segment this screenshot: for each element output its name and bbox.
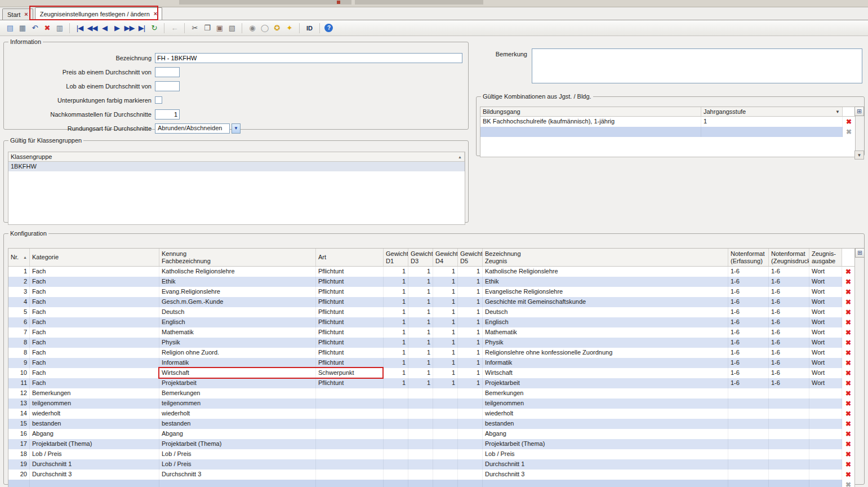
first-record-icon[interactable]: |◀ <box>74 23 85 34</box>
hint-icon[interactable]: ✦ <box>284 23 295 34</box>
column-header[interactable]: Nr.▲ <box>8 249 30 266</box>
table-row[interactable]: 17Projektarbeit (Thema)Projektarbeit (Th… <box>8 439 854 449</box>
table-row[interactable]: 16AbgangAbgangAbgang✖ <box>8 429 854 439</box>
table-row[interactable]: 5FachDeutschPflichtunt1111Deutsch1-61-6W… <box>8 307 854 317</box>
key-icon[interactable]: ✪ <box>271 23 282 34</box>
table-row[interactable]: 13teilgenommenteilgenommenteilgenommen✖ <box>8 399 854 409</box>
tab-close-icon[interactable]: × <box>154 11 157 17</box>
column-header[interactable]: Art <box>316 249 384 266</box>
delete-row-button[interactable]: ✖ <box>845 329 851 336</box>
delete-row-button[interactable]: ✖ <box>845 299 851 306</box>
table-row[interactable]: 19Durchschnitt 1Lob / PreisDurchschnitt … <box>8 459 854 470</box>
delete-row-button[interactable]: ✖ <box>845 441 851 448</box>
bemerkung-textarea[interactable] <box>532 48 862 83</box>
nachkommastellen-input[interactable] <box>155 109 180 119</box>
tab-close-icon[interactable]: × <box>24 11 28 17</box>
column-header[interactable]: Bildungsgang <box>480 107 701 116</box>
column-header[interactable]: Zeugnis-ausgabe <box>809 249 842 266</box>
next-page-icon[interactable]: ▶▶ <box>124 23 135 34</box>
delete-row-button[interactable]: ✖ <box>845 431 851 437</box>
column-header[interactable]: GewichtD5 <box>458 249 483 266</box>
copy-record-icon[interactable]: ▥ <box>54 23 65 34</box>
delete-row-button[interactable]: ✖ <box>845 410 851 417</box>
delete-row-button[interactable]: ✖ <box>846 129 852 135</box>
table-row[interactable]: 12BemerkungenBemerkungenBemerkungen✖ <box>8 388 854 399</box>
delete-row-button[interactable]: ✖ <box>845 309 851 316</box>
table-row[interactable]: 8FachReligion ohne Zuord.Pflichtunt1111R… <box>8 348 854 358</box>
column-header[interactable]: GewichtD1 <box>384 249 408 266</box>
delete-row-button[interactable]: ✖ <box>846 118 852 125</box>
table-row[interactable]: 3FachEvang.ReligionslehrePflichtunt1111E… <box>8 287 854 297</box>
prev-page-icon[interactable]: ◀◀ <box>87 23 97 34</box>
delete-row-button[interactable]: ✖ <box>845 370 851 377</box>
column-chooser-button[interactable]: ⊞ <box>854 107 864 116</box>
unterpunktungen-farbig-checkbox[interactable] <box>155 96 162 104</box>
comment-icon[interactable]: ◯ <box>259 23 270 34</box>
delete-row-button[interactable]: ✖ <box>845 471 851 478</box>
tab-zeugniseinstellungen[interactable]: Zeugniseinstellungen festlegen / ändern× <box>35 7 163 20</box>
table-row[interactable]: 4FachGesch.m.Gem.-KundePflichtunt1111Ges… <box>8 297 854 307</box>
column-header[interactable]: Notenformat(Erfassung) <box>728 249 769 266</box>
table-row[interactable]: 11FachProjektarbeitPflichtunt1111Projekt… <box>8 378 854 388</box>
undo-icon[interactable]: ↶ <box>29 23 40 34</box>
table-row[interactable]: BK Fachhochschulreife (kaufmännisch), 1-… <box>480 117 855 127</box>
preis-ab-durchschnitt-input[interactable] <box>155 67 180 77</box>
delete-row-button[interactable]: ✖ <box>845 319 851 326</box>
table-row[interactable]: 20Durchschnitt 3Durchschnitt 3Durchschni… <box>8 470 854 480</box>
copy-icon[interactable]: ❐ <box>202 23 212 34</box>
delete-row-button[interactable]: ✖ <box>845 339 851 346</box>
bezeichnung-input[interactable] <box>155 53 462 63</box>
column-chooser-button[interactable]: ⊞ <box>855 248 865 258</box>
back-icon[interactable]: ← <box>169 23 180 34</box>
table-row[interactable]: 10FachWirtschaftSchwerpunkt1111Wirtschaf… <box>8 368 854 378</box>
column-header[interactable]: BezeichnungZeugnis <box>483 249 728 266</box>
delete-row-button[interactable]: ✖ <box>845 380 851 387</box>
delete-row-button[interactable]: ✖ <box>845 360 851 366</box>
delete-row-button[interactable]: ✖ <box>845 461 851 468</box>
lob-ab-durchschnitt-input[interactable] <box>155 81 180 91</box>
id-button[interactable]: ID <box>304 23 315 34</box>
dropdown-button[interactable]: ▼ <box>232 123 241 134</box>
delete-row-button[interactable]: ✖ <box>845 451 851 458</box>
delete-row-button[interactable]: ✖ <box>845 400 851 407</box>
column-header[interactable]: GewichtD4 <box>433 249 458 266</box>
delete-row-button[interactable]: ✖ <box>845 481 851 487</box>
new-record-icon[interactable]: ▤ <box>5 23 15 34</box>
prev-record-icon[interactable]: ◀ <box>99 23 110 34</box>
table-row[interactable]: ✖ <box>8 480 854 487</box>
next-record-icon[interactable]: ▶ <box>112 23 122 34</box>
tab-start[interactable]: Start× <box>2 8 33 20</box>
table-row[interactable]: 18Lob / PreisLob / PreisLob / Preis✖ <box>8 449 854 459</box>
column-header[interactable]: GewichtD3 <box>408 249 433 266</box>
delete-row-button[interactable]: ✖ <box>845 268 851 275</box>
selection-icon[interactable]: ▧ <box>226 23 237 34</box>
help-icon[interactable]: ? <box>324 24 333 32</box>
column-header[interactable]: KennungFachbezeichnung <box>159 249 316 266</box>
table-row[interactable]: 8FachPhysikPflichtunt1111Physik1-61-6Wor… <box>8 338 854 348</box>
cut-icon[interactable]: ✂ <box>189 23 200 34</box>
table-row[interactable]: 15bestandenbestandenbestanden✖ <box>8 419 854 429</box>
table-row[interactable]: 1FachKatholische ReligionslehrePflichtun… <box>8 267 854 277</box>
delete-row-button[interactable]: ✖ <box>845 420 851 427</box>
table-row[interactable]: 7FachMathematikPflichtunt1111Mathematik1… <box>8 327 854 338</box>
lock-icon[interactable]: ◉ <box>247 23 257 34</box>
table-row[interactable]: 9FachInformatikPflichtunt1111Informatik1… <box>8 358 854 368</box>
table-row[interactable]: 1BKFHW <box>8 162 465 171</box>
delete-row-button[interactable]: ✖ <box>845 289 851 295</box>
delete-icon[interactable]: ✖ <box>42 23 52 34</box>
column-header[interactable]: Notenformat(Zeugnisdruck) <box>769 249 809 266</box>
table-row[interactable]: 2FachEthikPflichtunt1111Ethik1-61-6Wort✖ <box>8 277 854 287</box>
last-record-icon[interactable]: ▶| <box>136 23 147 34</box>
delete-row-button[interactable]: ✖ <box>845 278 851 285</box>
table-row[interactable]: ✖ <box>480 127 855 137</box>
table-row[interactable]: 14wiederholtwiederholtwiederholt✖ <box>8 409 854 419</box>
column-header[interactable]: Jahrgangsstufe▼ <box>701 107 843 116</box>
save-icon[interactable]: ▦ <box>17 23 28 34</box>
dropdown-icon[interactable]: ▼ <box>835 108 840 116</box>
table-row[interactable]: 6FachEnglischPflichtunt1111Englisch1-61-… <box>8 317 854 327</box>
delete-row-button[interactable]: ✖ <box>845 349 851 356</box>
refresh-icon[interactable]: ↻ <box>149 23 159 34</box>
column-header[interactable]: Klassengruppe▲ <box>8 152 465 161</box>
delete-row-button[interactable]: ✖ <box>845 390 851 397</box>
column-header[interactable]: Kategorie <box>30 249 159 266</box>
